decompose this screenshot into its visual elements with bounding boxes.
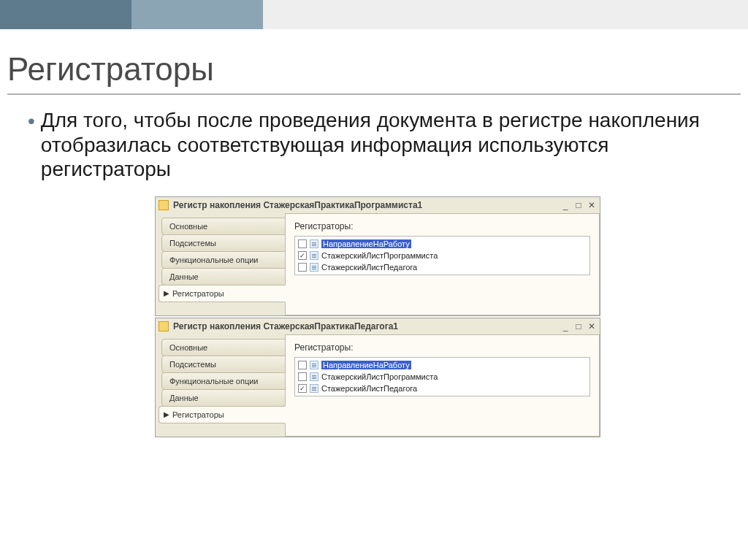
band-light xyxy=(263,0,748,29)
checkbox[interactable] xyxy=(298,263,307,272)
minimize-button[interactable]: _ xyxy=(560,200,570,210)
document-icon xyxy=(310,251,318,260)
bullet-icon: • xyxy=(28,110,35,133)
tab-dannye[interactable]: Данные xyxy=(161,268,286,285)
document-icon xyxy=(310,384,318,393)
document-icon xyxy=(310,263,318,272)
bullet-block: • Для того, чтобы после проведения докум… xyxy=(28,108,730,182)
window-icon xyxy=(159,321,169,331)
window-programmista: Регистр накопления СтажерскаяПрактикаПро… xyxy=(155,196,600,316)
list-item[interactable]: СтажерскийЛистПрограммиста xyxy=(297,371,588,383)
checkbox[interactable] xyxy=(298,372,307,381)
tab-funktsionalnye-optsii[interactable]: Функциональные опции xyxy=(161,372,286,390)
band-mid xyxy=(131,0,263,29)
window-title: Регистр накопления СтажерскаяПрактикаПро… xyxy=(173,200,560,210)
checkbox[interactable]: ✓ xyxy=(298,251,307,260)
section-label: Регистраторы: xyxy=(294,342,590,353)
tab-osnovnye[interactable]: Основные xyxy=(161,339,286,356)
document-icon xyxy=(310,361,318,369)
registrators-list: НаправлениеНаРаботу ✓ СтажерскийЛистПрог… xyxy=(294,236,590,275)
slide-title: Регистраторы xyxy=(7,51,748,88)
item-label: СтажерскийЛистПедагога xyxy=(321,263,417,272)
chevron-right-icon: ▶ xyxy=(164,289,169,297)
section-label: Регистраторы: xyxy=(294,221,590,231)
maximize-button[interactable]: □ xyxy=(573,200,584,210)
list-item[interactable]: ✓ СтажерскийЛистПедагога xyxy=(297,383,588,394)
item-label: НаправлениеНаРаботу xyxy=(321,361,411,369)
window-icon xyxy=(159,200,169,210)
list-item[interactable]: НаправлениеНаРаботу xyxy=(297,359,588,371)
tab-registratory[interactable]: ▶Регистраторы xyxy=(159,285,286,302)
tab-registratory[interactable]: ▶Регистраторы xyxy=(159,406,286,423)
decorative-band xyxy=(0,0,748,29)
tab-label: Регистраторы xyxy=(172,289,224,298)
item-label: СтажерскийЛистПрограммиста xyxy=(321,251,438,260)
window-title: Регистр накопления СтажерскаяПрактикаПед… xyxy=(173,321,560,331)
bullet-text: Для того, чтобы после проведения докумен… xyxy=(41,108,730,182)
windows-area: Регистр накопления СтажерскаяПрактикаПро… xyxy=(155,196,600,437)
list-item[interactable]: ✓ СтажерскийЛистПрограммиста xyxy=(297,250,588,261)
titlebar[interactable]: Регистр накопления СтажерскаяПрактикаПед… xyxy=(156,318,600,334)
document-icon xyxy=(310,372,318,381)
tab-podsistemy[interactable]: Подсистемы xyxy=(161,356,286,373)
content-panel: Регистраторы: НаправлениеНаРаботу Стажер… xyxy=(285,334,600,437)
tab-dannye[interactable]: Данные xyxy=(161,389,286,407)
item-label: СтажерскийЛистПрограммиста xyxy=(321,372,438,381)
checkbox[interactable] xyxy=(298,361,307,369)
titlebar[interactable]: Регистр накопления СтажерскаяПрактикаПро… xyxy=(156,197,600,213)
chevron-right-icon: ▶ xyxy=(164,410,169,418)
minimize-button[interactable]: _ xyxy=(560,321,570,331)
list-item[interactable]: СтажерскийЛистПедагога xyxy=(297,261,588,273)
title-underline xyxy=(7,93,741,95)
content-panel: Регистраторы: НаправлениеНаРаботу ✓ Стаж… xyxy=(285,213,600,315)
item-label: СтажерскийЛистПедагога xyxy=(321,384,417,393)
band-dark xyxy=(0,0,131,29)
item-label: НаправлениеНаРаботу xyxy=(321,239,411,248)
maximize-button[interactable]: □ xyxy=(573,321,584,331)
tab-nav: Основные Подсистемы Функциональные опции… xyxy=(156,213,286,315)
tab-label: Регистраторы xyxy=(172,410,224,419)
tab-podsistemy[interactable]: Подсистемы xyxy=(161,234,286,252)
checkbox[interactable] xyxy=(298,239,307,248)
close-button[interactable]: ✕ xyxy=(587,200,597,210)
checkbox[interactable]: ✓ xyxy=(298,384,307,393)
tab-funktsionalnye-optsii[interactable]: Функциональные опции xyxy=(161,251,286,269)
tab-osnovnye[interactable]: Основные xyxy=(161,218,286,235)
document-icon xyxy=(310,239,318,248)
registrators-list: НаправлениеНаРаботу СтажерскийЛистПрогра… xyxy=(294,357,590,396)
tab-nav: Основные Подсистемы Функциональные опции… xyxy=(156,334,286,437)
window-pedagoga: Регистр накопления СтажерскаяПрактикаПед… xyxy=(155,318,600,437)
list-item[interactable]: НаправлениеНаРаботу xyxy=(297,238,588,250)
close-button[interactable]: ✕ xyxy=(587,321,597,331)
